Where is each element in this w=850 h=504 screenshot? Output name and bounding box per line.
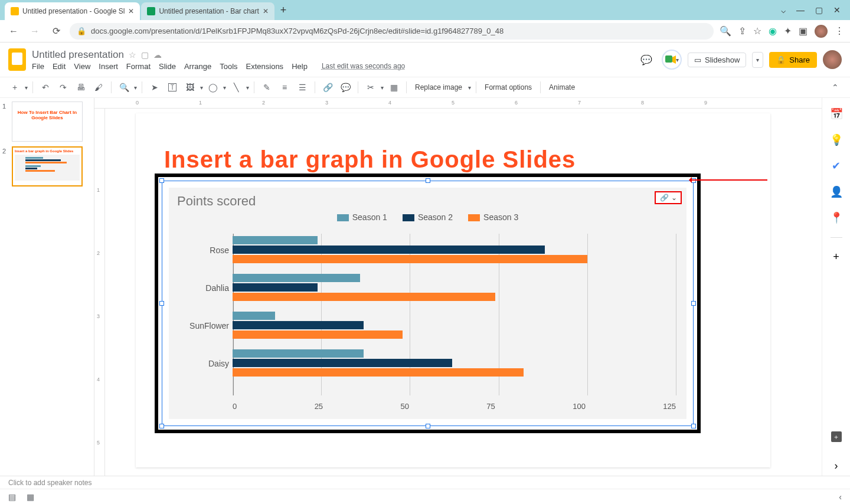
- selection-handle[interactable]: [159, 301, 164, 306]
- selection-handle[interactable]: [426, 178, 430, 183]
- contacts-icon[interactable]: 👤: [830, 185, 843, 198]
- share-button[interactable]: 🔒 Share: [769, 52, 817, 68]
- replace-image-button[interactable]: Replace image: [411, 83, 466, 91]
- keep-icon[interactable]: 💡: [830, 133, 843, 146]
- bookmark-star-icon[interactable]: ☆: [753, 25, 761, 37]
- menu-help[interactable]: Help: [292, 62, 308, 71]
- hide-rail-icon[interactable]: ›: [835, 460, 838, 472]
- selection-handle[interactable]: [691, 424, 696, 428]
- url-field[interactable]: 🔒 docs.google.com/presentation/d/1PelKsr…: [70, 23, 714, 40]
- menu-slide[interactable]: Slide: [159, 62, 176, 71]
- url-text: docs.google.com/presentation/d/1PelKsrb1…: [91, 27, 504, 35]
- chevron-down-icon[interactable]: ⌵: [781, 5, 786, 15]
- last-edit-label[interactable]: Last edit was seconds ago: [322, 62, 405, 70]
- line-tool[interactable]: ╲: [228, 80, 244, 95]
- nav-forward-button[interactable]: →: [27, 26, 42, 37]
- grammarly-icon[interactable]: ◉: [769, 25, 777, 37]
- mask-tool[interactable]: ▦: [386, 80, 401, 95]
- star-icon[interactable]: ☆: [129, 50, 136, 60]
- footer-bar: ▤ ▦ ‹: [0, 489, 850, 504]
- selection-handle[interactable]: [159, 424, 164, 428]
- new-slide-dropdown[interactable]: ▾: [25, 84, 28, 91]
- slideshow-button[interactable]: ▭ Slideshow: [688, 53, 746, 67]
- share-url-icon[interactable]: ⇪: [738, 25, 746, 37]
- category-label: SunFlower: [189, 321, 229, 330]
- pen-tool[interactable]: ✎: [259, 80, 274, 95]
- doc-title[interactable]: Untitled presentation: [32, 49, 124, 61]
- cloud-status-icon[interactable]: ☁: [153, 50, 162, 60]
- zoom-button[interactable]: 🔍: [116, 80, 132, 95]
- tasks-icon[interactable]: ✔: [832, 159, 841, 172]
- align-tool[interactable]: ≡: [277, 80, 292, 95]
- new-slide-button[interactable]: +: [7, 80, 22, 95]
- link-tool[interactable]: 🔗: [320, 80, 335, 95]
- collapse-footer-icon[interactable]: ‹: [839, 492, 842, 502]
- selection-handle[interactable]: [159, 178, 164, 183]
- menu-format[interactable]: Format: [126, 62, 151, 71]
- window-close-icon[interactable]: ✕: [833, 5, 841, 15]
- menu-insert[interactable]: Insert: [99, 62, 118, 71]
- slides-logo-icon[interactable]: [8, 48, 26, 71]
- crop-tool[interactable]: ✂: [363, 80, 378, 95]
- undo-button[interactable]: ↶: [38, 80, 53, 95]
- redo-button[interactable]: ↷: [55, 80, 71, 95]
- window-minimize-icon[interactable]: —: [796, 5, 805, 15]
- menu-view[interactable]: View: [74, 62, 90, 71]
- explore-close-icon[interactable]: ＋: [831, 431, 842, 442]
- category-label: Rose: [210, 246, 229, 255]
- shape-tool[interactable]: ◯: [205, 80, 221, 95]
- selection-handle[interactable]: [691, 301, 696, 306]
- image-tool[interactable]: 🖼: [182, 80, 198, 95]
- browser-menu-icon[interactable]: ⋮: [835, 25, 844, 37]
- vertical-ruler[interactable]: 12345: [94, 109, 105, 476]
- comment-history-icon[interactable]: 💬: [637, 50, 656, 69]
- browser-tab-inactive[interactable]: Untitled presentation - Bar chart ✕: [141, 2, 274, 20]
- selection-handle[interactable]: [426, 424, 430, 428]
- zoom-icon[interactable]: 🔍: [720, 25, 731, 37]
- x-tick-label: 125: [663, 402, 676, 411]
- slide[interactable]: Insert a bar graph in Google Slides Poin…: [136, 113, 770, 467]
- textbox-tool[interactable]: 🅃: [165, 80, 180, 95]
- slide-thumbnail-2-active[interactable]: Insert a bar graph in Google Slides: [12, 146, 83, 186]
- chart-object[interactable]: Points scored Season 1Season 2Season 3 🔗…: [155, 174, 701, 433]
- grid-view-icon[interactable]: ▦: [27, 492, 34, 502]
- menu-edit[interactable]: Edit: [53, 62, 66, 71]
- category-label: Dahlia: [205, 283, 229, 293]
- format-options-button[interactable]: Format options: [481, 83, 535, 91]
- menu-extensions[interactable]: Extensions: [246, 62, 284, 71]
- linked-chart-badge[interactable]: 🔗 ⌄: [655, 191, 682, 204]
- distribute-tool[interactable]: ☰: [295, 80, 310, 95]
- menu-file[interactable]: File: [32, 62, 44, 71]
- animate-button[interactable]: Animate: [545, 83, 578, 91]
- close-tab-icon[interactable]: ✕: [128, 7, 134, 15]
- speaker-notes-area[interactable]: Click to add speaker notes: [0, 476, 850, 489]
- move-icon[interactable]: ▢: [141, 50, 149, 60]
- comment-tool[interactable]: 💬: [338, 80, 353, 95]
- horizontal-ruler[interactable]: 0123456789: [94, 98, 822, 109]
- editing-toolbar: + ▾ ↶ ↷ 🖶 🖌 🔍 ▾ ➤ 🅃 🖼 ▾ ◯ ▾ ╲ ▾ ✎ ≡ ☰ 🔗 …: [0, 77, 850, 98]
- slide-thumbnail-1[interactable]: How To Insert Bar Chart In Google Slides: [12, 102, 83, 142]
- close-tab-icon[interactable]: ✕: [263, 7, 269, 15]
- sidepanel-icon[interactable]: ▣: [799, 25, 808, 37]
- add-addon-icon[interactable]: +: [833, 251, 839, 263]
- menu-arrange[interactable]: Arrange: [184, 62, 211, 71]
- extensions-icon[interactable]: ✦: [784, 25, 792, 37]
- nav-back-button[interactable]: ←: [6, 26, 21, 37]
- paint-format-button[interactable]: 🖌: [91, 80, 106, 95]
- menu-tools[interactable]: Tools: [220, 62, 237, 71]
- maps-icon[interactable]: 📍: [830, 211, 843, 224]
- calendar-icon[interactable]: 📅: [830, 107, 843, 120]
- window-maximize-icon[interactable]: ▢: [815, 5, 823, 15]
- collapse-toolbar-icon[interactable]: ⌃: [828, 80, 843, 95]
- slideshow-dropdown[interactable]: ▾: [752, 52, 763, 68]
- bar: [233, 312, 275, 320]
- meet-button[interactable]: ▾: [662, 50, 682, 70]
- select-tool[interactable]: ➤: [147, 80, 162, 95]
- filmstrip-view-icon[interactable]: ▤: [8, 492, 16, 502]
- browser-tab-active[interactable]: Untitled presentation - Google Sl ✕: [5, 2, 140, 20]
- print-button[interactable]: 🖶: [73, 80, 89, 95]
- profile-avatar[interactable]: [815, 25, 828, 38]
- new-tab-button[interactable]: +: [274, 4, 293, 17]
- nav-reload-button[interactable]: ⟳: [48, 25, 64, 37]
- account-avatar[interactable]: [823, 50, 842, 69]
